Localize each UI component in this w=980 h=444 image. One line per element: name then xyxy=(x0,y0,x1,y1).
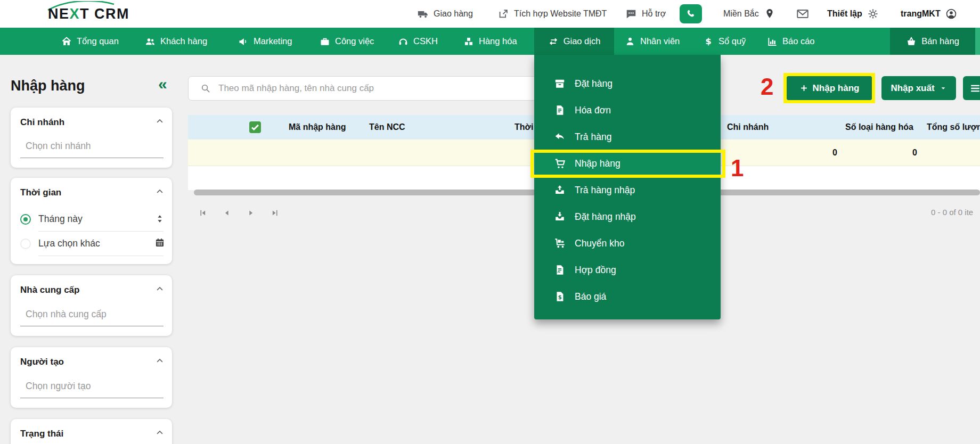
hamburger-icon xyxy=(969,83,980,94)
menu-item-tra-hang[interactable]: Trả hàng xyxy=(534,124,721,150)
topbar-label: Hỗ trợ xyxy=(642,9,666,19)
nav-label: Báo cáo xyxy=(782,36,815,46)
nav-item-tong-quan[interactable]: Tổng quan xyxy=(56,28,124,55)
nav-item-khach-hang[interactable]: Khách hàng xyxy=(140,28,213,55)
menu-item-label: Đặt hàng xyxy=(575,78,612,89)
nav-item-hang-hoa[interactable]: Hàng hóa xyxy=(458,28,522,55)
menu-item-hop-dong[interactable]: Hợp đồng xyxy=(534,257,721,283)
cell-so-loai-hang-hoa: 0 xyxy=(832,148,837,158)
chevron-up-icon[interactable] xyxy=(155,356,165,366)
quote-file-icon: $ xyxy=(554,291,566,302)
menu-item-label: Chuyển kho xyxy=(575,238,624,249)
column-header-ten-ncc[interactable]: Tên NCC xyxy=(369,122,405,132)
contract-file-icon xyxy=(554,264,566,276)
time-option-label[interactable]: Tháng này xyxy=(38,213,83,225)
menu-item-bao-gia[interactable]: $Báo giá xyxy=(534,283,721,310)
chevron-up-icon[interactable] xyxy=(155,428,165,438)
time-option-label[interactable]: Lựa chọn khác xyxy=(38,238,100,249)
supplier-select-input[interactable]: Chọn nhà cung cấp xyxy=(26,309,107,320)
menu-item-label: Hợp đồng xyxy=(575,265,616,276)
caret-down-icon xyxy=(940,85,947,92)
menu-item-dat-hang[interactable]: Đặt hàng xyxy=(534,70,721,97)
nav-item-ban-hang[interactable]: Bán hàng xyxy=(890,28,975,55)
logo-text: NE xyxy=(48,6,70,22)
nav-label: Giao dịch xyxy=(564,36,601,46)
chevron-up-icon[interactable] xyxy=(155,117,165,126)
new-import-button[interactable]: Nhập hàng xyxy=(787,76,872,100)
stepper-icon[interactable] xyxy=(154,213,165,224)
radio-selected[interactable] xyxy=(20,214,31,225)
import-export-button[interactable]: Nhập xuất xyxy=(881,76,956,100)
filter-title: Nhà cung cấp xyxy=(20,285,79,295)
return-arrow-icon xyxy=(554,131,566,143)
topbar-item-tich-hop-website[interactable]: Tích hợp Website TMĐT xyxy=(497,0,607,28)
cell-tong-so-luong: 0 xyxy=(912,148,917,158)
nav-label: Tổng quan xyxy=(77,36,119,46)
calendar-icon[interactable] xyxy=(154,237,165,248)
nav-label: Marketing xyxy=(254,36,292,46)
menu-item-hoa-don[interactable]: Hóa đơn xyxy=(534,97,721,124)
search-icon xyxy=(200,83,211,94)
nav-item-bao-cao[interactable]: Báo cáo xyxy=(762,28,820,55)
pagination-prev-icon[interactable] xyxy=(222,208,232,218)
list-menu-button[interactable] xyxy=(963,76,980,100)
nav-item-marketing[interactable]: Marketing xyxy=(233,28,297,55)
column-header-tong-so-luong[interactable]: Tổng số lượng xyxy=(927,122,980,132)
pagination-last-icon[interactable] xyxy=(270,208,280,218)
invoice-icon xyxy=(554,104,566,116)
nextcrm-logo[interactable]: NEXT CRM xyxy=(48,6,129,22)
select-all-checkbox[interactable] xyxy=(249,121,261,133)
nav-item-so-quy[interactable]: $Sổ quỹ xyxy=(698,28,751,55)
menu-item-chuyen-kho[interactable]: Chuyển kho xyxy=(534,230,721,257)
input-underline xyxy=(20,326,164,326)
topbar-item-region[interactable]: Miền Bắc xyxy=(723,0,775,28)
topbar-item-messages[interactable] xyxy=(796,0,810,28)
giao-dich-dropdown-menu: Đặt hàng Hóa đơn Trả hàng Nhập hàng Trả … xyxy=(534,55,721,319)
filter-title: Người tạo xyxy=(20,357,64,367)
button-label: Nhập hàng xyxy=(813,83,860,94)
nav-label: Bán hàng xyxy=(921,36,959,46)
chevron-up-icon[interactable] xyxy=(155,284,165,294)
topbar-item-ho-tro[interactable]: Hỗ trợ xyxy=(625,0,666,28)
dollar-icon: $ xyxy=(703,36,714,47)
menu-item-nhap-hang[interactable]: Nhập hàng xyxy=(534,150,721,177)
package-box-icon xyxy=(554,78,566,89)
chevron-up-icon[interactable] xyxy=(155,187,165,196)
exchange-icon xyxy=(548,36,559,47)
upload-tray-icon xyxy=(554,184,566,196)
home-icon xyxy=(61,36,72,47)
input-underline xyxy=(20,398,164,398)
topbar-item-giao-hang[interactable]: Giao hàng xyxy=(417,0,473,28)
check-icon xyxy=(249,121,261,133)
pagination-first-icon[interactable] xyxy=(198,208,208,218)
phone-button[interactable] xyxy=(680,4,702,23)
branch-select-input[interactable]: Chọn chi nhánh xyxy=(26,141,91,152)
column-header-so-loai-hang-hoa[interactable]: Số loại hàng hóa xyxy=(845,122,913,132)
logo-accent: X xyxy=(70,6,80,22)
filter-title: Chi nhánh xyxy=(20,117,64,128)
envelope-icon xyxy=(796,7,810,21)
column-header-ma-nhap-hang[interactable]: Mã nhập hàng xyxy=(289,122,346,132)
collapse-sidebar-icon[interactable]: « xyxy=(158,76,167,92)
radio-unselected[interactable] xyxy=(20,239,31,249)
column-header-chi-nhanh[interactable]: Chi nhánh xyxy=(727,122,769,132)
menu-item-label: Trả hàng xyxy=(575,131,611,143)
pagination-next-icon[interactable] xyxy=(246,208,256,218)
nav-item-nhan-vien[interactable]: Nhân viên xyxy=(619,28,685,55)
dolly-cart-icon xyxy=(554,237,566,249)
nav-item-cskh[interactable]: CSKH xyxy=(393,28,443,55)
location-pin-icon xyxy=(764,8,775,20)
nav-item-giao-dich[interactable]: Giao dịch xyxy=(534,28,614,55)
topbar-item-settings[interactable]: Thiết lập xyxy=(827,0,879,28)
basket-icon xyxy=(906,36,917,47)
topbar-item-account[interactable]: trangMKT xyxy=(901,0,957,28)
menu-item-tra-hang-nhap[interactable]: Trả hàng nhập xyxy=(534,177,721,203)
phone-icon xyxy=(685,9,696,19)
creator-select-input[interactable]: Chọn người tạo xyxy=(26,381,91,392)
nav-item-cong-viec[interactable]: Công việc xyxy=(314,28,379,55)
megaphone-icon xyxy=(238,36,249,47)
briefcase-icon xyxy=(320,36,330,47)
filter-card-chi-nhanh: Chi nhánh Chọn chi nhánh xyxy=(11,108,172,168)
menu-item-dat-hang-nhap[interactable]: Đặt hàng nhập xyxy=(534,203,721,230)
plus-icon xyxy=(799,84,808,93)
